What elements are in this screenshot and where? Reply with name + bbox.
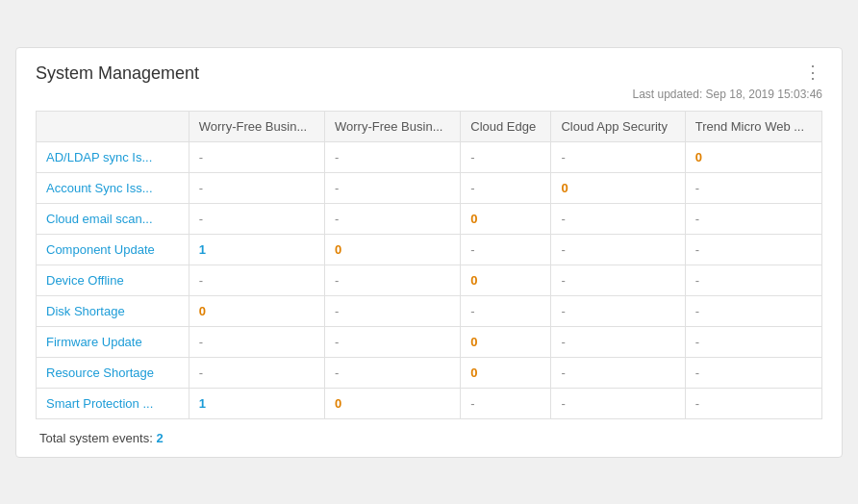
row-name-cell[interactable]: Disk Shortage xyxy=(37,295,189,326)
table-row: Resource Shortage--0-- xyxy=(37,357,822,388)
col3-cell: - xyxy=(461,234,551,265)
table-row: Firmware Update--0-- xyxy=(37,326,822,357)
system-management-card: System Management ⋮ Last updated: Sep 18… xyxy=(15,47,843,458)
col1-cell: - xyxy=(189,326,324,357)
col2-cell: 0 xyxy=(325,234,461,265)
col1-cell: - xyxy=(189,357,324,388)
col5-cell: - xyxy=(685,388,821,418)
col2-cell: - xyxy=(325,203,461,234)
col2-cell: 0 xyxy=(325,388,461,418)
page-title: System Management xyxy=(36,63,199,84)
col1-cell: - xyxy=(189,141,324,172)
table-row: AD/LDAP sync Is...----0 xyxy=(37,141,822,172)
col5-cell: - xyxy=(685,357,821,388)
col4-cell: - xyxy=(551,141,685,172)
col2-cell: - xyxy=(325,265,461,295)
table-row: Disk Shortage0---- xyxy=(37,295,822,326)
table-row: Device Offline--0-- xyxy=(37,265,822,295)
col5-cell: - xyxy=(685,295,821,326)
col1-cell: 1 xyxy=(189,388,324,418)
col2-cell: - xyxy=(325,357,461,388)
col3-cell: - xyxy=(461,141,551,172)
col3-cell: - xyxy=(461,388,551,418)
card-header: System Management ⋮ xyxy=(36,63,822,84)
col3-cell: - xyxy=(461,172,551,203)
col2-cell: - xyxy=(325,172,461,203)
col2-cell: - xyxy=(325,141,461,172)
col1-cell: - xyxy=(189,265,324,295)
col4-cell: - xyxy=(551,326,685,357)
col5-cell: - xyxy=(685,265,821,295)
footer-label: Total system events: xyxy=(39,431,153,445)
col5-header: Trend Micro Web ... xyxy=(685,111,821,141)
table-row: Account Sync Iss...---0- xyxy=(37,172,822,203)
col3-cell: 0 xyxy=(461,265,551,295)
col3-cell: 0 xyxy=(461,357,551,388)
col4-cell: - xyxy=(551,388,685,418)
table-row: Component Update10--- xyxy=(37,234,822,265)
col5-cell: - xyxy=(685,203,821,234)
last-updated-text: Last updated: Sep 18, 2019 15:03:46 xyxy=(36,88,822,101)
col2-header: Worry-Free Busin... xyxy=(325,111,461,141)
col3-cell: - xyxy=(461,295,551,326)
table-row: Cloud email scan...--0-- xyxy=(37,203,822,234)
col1-cell: 1 xyxy=(189,234,324,265)
row-name-cell[interactable]: Account Sync Iss... xyxy=(37,172,189,203)
table-row: Smart Protection ...10--- xyxy=(37,388,822,418)
row-name-cell[interactable]: Device Offline xyxy=(37,265,189,295)
col4-cell: - xyxy=(551,203,685,234)
col4-cell: - xyxy=(551,357,685,388)
col3-cell: 0 xyxy=(461,203,551,234)
events-table: Worry-Free Busin... Worry-Free Busin... … xyxy=(36,111,822,419)
row-name-cell[interactable]: AD/LDAP sync Is... xyxy=(37,141,189,172)
footer-row: Total system events: 2 xyxy=(36,427,822,445)
col1-cell: - xyxy=(189,172,324,203)
row-name-cell[interactable]: Smart Protection ... xyxy=(37,388,189,418)
more-options-icon[interactable]: ⋮ xyxy=(804,63,822,81)
col4-cell: - xyxy=(551,234,685,265)
col4-cell: - xyxy=(551,265,685,295)
col1-cell: 0 xyxy=(189,295,324,326)
col5-cell: - xyxy=(685,234,821,265)
col3-header: Cloud Edge xyxy=(461,111,551,141)
col3-cell: 0 xyxy=(461,326,551,357)
col4-header: Cloud App Security xyxy=(551,111,685,141)
col1-cell: - xyxy=(189,203,324,234)
row-name-cell[interactable]: Component Update xyxy=(37,234,189,265)
footer-count: 2 xyxy=(156,431,163,445)
col1-header: Worry-Free Busin... xyxy=(189,111,324,141)
row-name-cell[interactable]: Cloud email scan... xyxy=(37,203,189,234)
table-header-row: Worry-Free Busin... Worry-Free Busin... … xyxy=(37,111,822,141)
col5-cell: - xyxy=(685,172,821,203)
col2-cell: - xyxy=(325,326,461,357)
col5-cell: - xyxy=(685,326,821,357)
row-name-cell[interactable]: Firmware Update xyxy=(37,326,189,357)
col2-cell: - xyxy=(325,295,461,326)
col-name-header xyxy=(37,111,189,141)
col5-cell: 0 xyxy=(685,141,821,172)
row-name-cell[interactable]: Resource Shortage xyxy=(37,357,189,388)
col4-cell: - xyxy=(551,295,685,326)
col4-cell: 0 xyxy=(551,172,685,203)
